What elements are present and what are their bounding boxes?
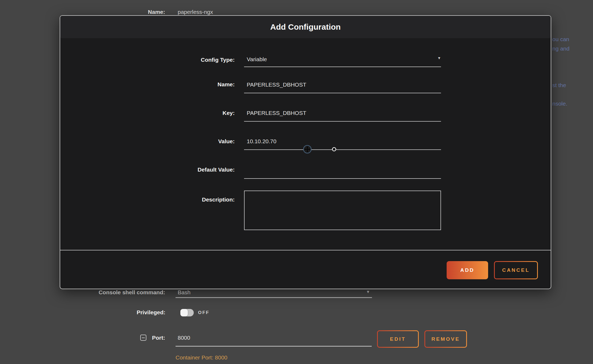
footer-divider: [60, 250, 551, 250]
privileged-state-text: OFF: [198, 309, 210, 316]
value-label: Value:: [60, 138, 235, 145]
clipped-help-text: ng and: [552, 45, 569, 52]
key-input[interactable]: [244, 106, 441, 121]
default-value-label: Default Value:: [60, 166, 235, 173]
name-field-wrap: [244, 78, 441, 93]
dialog-header: Add Configuration: [60, 16, 551, 38]
port-underline: [176, 346, 372, 347]
value-input[interactable]: [244, 134, 441, 149]
privileged-toggle[interactable]: [180, 309, 194, 316]
toggle-knob: [180, 309, 188, 316]
edit-button-label: EDIT: [378, 331, 418, 347]
add-button-label: ADD: [460, 267, 474, 273]
key-field-wrap: [244, 106, 441, 122]
page-root: { "modal": { "title": "Add Configuration…: [0, 0, 593, 364]
clipped-help-text: nsole.: [552, 100, 567, 107]
clipped-help-text: ou can: [552, 36, 569, 43]
click-ring-icon: [332, 147, 336, 152]
remove-button[interactable]: REMOVE: [424, 330, 467, 348]
remove-button-label: REMOVE: [425, 331, 466, 347]
chevron-down-icon[interactable]: ▼: [366, 288, 370, 295]
key-label: Key:: [60, 110, 235, 117]
chevron-down-icon: ▼: [437, 56, 441, 64]
default-value-field-wrap: [244, 163, 441, 179]
default-value-input[interactable]: [244, 163, 441, 178]
description-label: Description:: [60, 196, 235, 203]
clipped-help-text: st the: [552, 82, 566, 89]
add-button[interactable]: ADD: [447, 261, 488, 279]
dialog-title: Add Configuration: [270, 22, 341, 32]
console-shell-command-value[interactable]: Bash: [178, 289, 191, 296]
console-shell-command-label: Console shell command:: [80, 289, 165, 296]
port-value[interactable]: 8000: [178, 334, 190, 341]
edit-button[interactable]: EDIT: [377, 330, 419, 348]
name-label: Name:: [60, 81, 235, 88]
console-shell-command-underline: [176, 297, 372, 298]
config-type-label: Config Type:: [60, 56, 235, 63]
port-label: Port:: [80, 334, 165, 341]
description-textarea[interactable]: [244, 191, 441, 230]
cancel-button[interactable]: CANCEL: [494, 261, 538, 279]
config-type-selected-value: Variable: [244, 56, 268, 64]
container-port-note: Container Port: 8000: [176, 354, 227, 361]
move-cursor-icon: [303, 145, 312, 154]
privileged-label: Privileged:: [80, 309, 165, 316]
container-name-value: paperless-ngx: [178, 9, 213, 16]
config-type-select[interactable]: Variable ▼: [244, 53, 441, 67]
cancel-button-label: CANCEL: [495, 262, 537, 278]
container-name-label: Name:: [107, 9, 165, 16]
value-field-wrap: [244, 134, 441, 150]
name-input[interactable]: [244, 78, 441, 93]
